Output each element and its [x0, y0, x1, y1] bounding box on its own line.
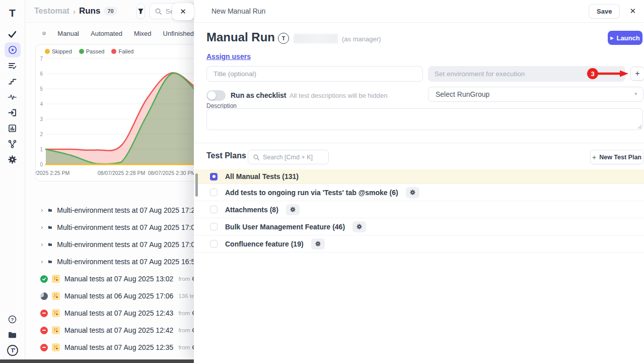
gear-icon	[8, 155, 17, 164]
new-test-plan-button[interactable]: + New Test Plan	[590, 150, 643, 164]
test-plan-label: Attachments (8)	[225, 206, 278, 214]
test-plan-label: Add tests to ongoing run via 'Tests' tab…	[225, 189, 398, 197]
add-environment-button[interactable]: +	[630, 67, 644, 81]
import-icon	[8, 108, 17, 117]
toggle-knob	[207, 91, 216, 100]
plan-settings-button[interactable]	[406, 187, 419, 198]
rungroup-select[interactable]: Select RunGroup ▾	[428, 87, 643, 102]
pulse-icon	[8, 92, 17, 102]
help-button[interactable]: ?	[5, 312, 21, 327]
nav-reports-icon[interactable]	[5, 120, 21, 136]
plan-settings-button[interactable]	[352, 221, 366, 232]
nav-branches-icon[interactable]	[5, 136, 21, 151]
test-plan-row[interactable]: Add tests to ongoing run via 'Tests' tab…	[194, 184, 644, 201]
run-folder-row[interactable]: Multi-environment tests at 07 Aug 2025 1…	[25, 253, 194, 270]
assign-users-link[interactable]: Assign users	[206, 52, 251, 60]
account-logo-icon: T	[7, 344, 19, 356]
docs-button[interactable]	[5, 327, 21, 342]
runs-count-badge: 70	[104, 7, 117, 16]
run-title: Manual tests at 07 Aug 2025 12:43	[64, 309, 173, 317]
chevron-right-icon[interactable]	[40, 259, 44, 265]
y-tick-label: 0	[40, 162, 43, 167]
run-folder-row[interactable]: Multi-environment tests at 07 Aug 2025 1…	[25, 236, 194, 253]
run-heading: Manual Run	[206, 30, 275, 44]
checkbox[interactable]	[210, 206, 218, 213]
chevron-right-icon[interactable]	[40, 224, 44, 231]
save-button[interactable]: Save	[589, 4, 620, 19]
test-plans-search-input[interactable]	[263, 154, 322, 161]
run-row[interactable]: Manual tests at 07 Aug 2025 12:35 fromCu…	[25, 339, 194, 356]
checkbox[interactable]	[210, 189, 218, 196]
description-textarea[interactable]	[206, 108, 643, 130]
test-plans-search[interactable]	[248, 150, 329, 164]
nav-pipelines-icon[interactable]	[5, 74, 21, 89]
nav-test-plans-icon[interactable]	[5, 58, 21, 73]
run-row[interactable]: Manual tests at 06 Aug 2025 17:06 136 te…	[25, 287, 194, 305]
select-runs-icon[interactable]	[42, 29, 46, 38]
tab-automated[interactable]: Automated	[91, 30, 122, 37]
skipped-dot-icon	[45, 49, 50, 54]
run-row[interactable]: Manual tests at 07 Aug 2025 12:43 fromCu…	[25, 305, 194, 322]
folder-icon	[48, 240, 52, 249]
plus-icon: +	[592, 153, 596, 161]
run-meta: fromCustom	[178, 276, 194, 282]
panel-close-button[interactable]: ✕	[172, 3, 194, 20]
breadcrumb: Testomat › Runs 70	[25, 0, 194, 23]
test-plan-row[interactable]: Confluence feature (19)	[194, 235, 644, 253]
run-row[interactable]: Manual tests at 07 Aug 2025 12:42 fromCu…	[25, 322, 194, 339]
folder-icon	[48, 206, 52, 214]
nav-runs-icon[interactable]	[5, 42, 21, 57]
run-folder-row[interactable]: Multi-environment tests at 07 Aug 2025 1…	[25, 202, 194, 219]
manual-run-icon	[52, 309, 60, 317]
plan-settings-button[interactable]	[286, 204, 300, 215]
breadcrumb-app[interactable]: Testomat	[34, 7, 69, 16]
run-title: Manual tests at 07 Aug 2025 13:02	[64, 275, 173, 283]
app-logo[interactable]: T	[9, 6, 16, 20]
run-title: Multi-environment tests at 07 Aug 2025 1…	[57, 223, 194, 231]
y-tick-label: 5	[40, 86, 43, 92]
nav-import-icon[interactable]	[5, 105, 21, 120]
legend-item-skipped[interactable]: Skipped	[45, 48, 72, 54]
checklist-hint: All test descriptions will be hidden	[290, 92, 387, 99]
tab-manual[interactable]: Manual	[57, 30, 79, 37]
tab-mixed[interactable]: Mixed	[134, 30, 152, 37]
panel-title: New Manual Run	[211, 7, 589, 15]
svg-text:T: T	[11, 347, 14, 353]
runs-panel: Testomat › Runs 70 Manual Automated Mixe…	[25, 0, 194, 363]
nav-tests-icon[interactable]	[5, 27, 21, 42]
close-icon[interactable]: ✕	[629, 7, 636, 16]
run-title-input[interactable]	[206, 66, 423, 82]
legend-item-passed[interactable]: Passed	[79, 48, 105, 54]
test-plan-row[interactable]: Bulk User Management Feature (46)	[194, 218, 644, 235]
checkbox[interactable]	[210, 240, 218, 248]
test-plan-row[interactable]: Attachments (8)	[194, 201, 644, 218]
breadcrumb-page[interactable]: Runs	[79, 6, 101, 16]
all-manual-tests-label: All Manual Tests (131)	[225, 172, 299, 180]
checkbox-checked-icon[interactable]	[210, 173, 218, 180]
run-title: Multi-environment tests at 07 Aug 2025 1…	[57, 240, 194, 249]
nav-settings-icon[interactable]	[5, 152, 21, 167]
manager-name-redacted	[294, 34, 338, 43]
chevron-right-icon[interactable]	[40, 207, 44, 214]
run-title: Manual tests at 07 Aug 2025 12:35	[64, 343, 173, 351]
tab-unfinished[interactable]: Unfinished	[163, 30, 194, 37]
account-button[interactable]: T	[5, 343, 21, 358]
plan-settings-button[interactable]	[311, 238, 325, 250]
legend-item-failed[interactable]: Failed	[111, 48, 133, 54]
run-as-checklist-toggle[interactable]	[206, 90, 226, 101]
new-manual-run-panel: ✕ New Manual Run Save ✕ Manual Run T (as…	[194, 0, 644, 363]
run-folder-row[interactable]: Multi-environment tests at 07 Aug 2025 1…	[25, 219, 194, 236]
checkbox[interactable]	[210, 223, 218, 230]
launch-button[interactable]: ▶Launch	[608, 31, 642, 45]
filter-button[interactable]	[136, 4, 145, 19]
left-panel-scrollbar[interactable]	[195, 173, 198, 197]
run-row[interactable]: Manual tests at 07 Aug 2025 13:02 fromCu…	[25, 270, 194, 287]
search-icon	[155, 8, 162, 15]
nav-pulse-icon[interactable]	[5, 89, 21, 104]
run-meta: fromCustom	[178, 327, 194, 333]
list-check-icon	[8, 61, 17, 71]
chevron-right-icon[interactable]	[40, 241, 44, 248]
all-manual-tests-row[interactable]: All Manual Tests (131)	[194, 169, 644, 184]
chart-legend: Skipped Passed Failed	[45, 48, 133, 54]
checklist-label: Run as checklist	[231, 91, 287, 99]
